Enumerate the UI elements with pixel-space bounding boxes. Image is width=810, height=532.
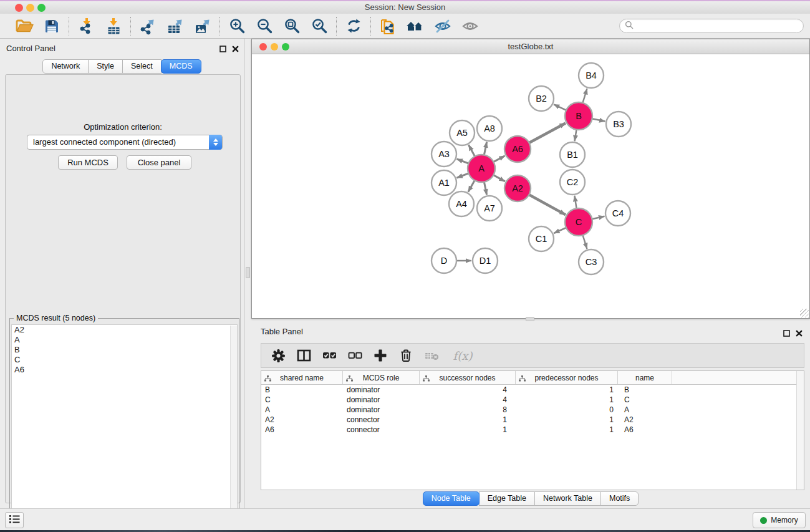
network-close-light[interactable] — [259, 43, 267, 51]
open-file-icon[interactable] — [15, 17, 34, 36]
table-row[interactable]: A6connector11A6 — [261, 425, 804, 435]
export-image-icon[interactable] — [193, 17, 212, 36]
save-session-icon[interactable] — [42, 17, 61, 36]
network-maximize-light[interactable] — [282, 43, 289, 51]
network-canvas[interactable]: AA1A2A3A4A5A6A7A8BB1B2B3B4CC1C2C3C4DD1 — [252, 54, 809, 318]
mcds-result-item[interactable]: B — [12, 345, 237, 355]
tab-node-table[interactable]: Node Table — [423, 491, 480, 506]
list-scrollbar[interactable] — [230, 326, 237, 532]
graph-node-C[interactable]: C — [565, 208, 592, 236]
resize-grip[interactable] — [800, 309, 809, 317]
export-network-icon[interactable] — [138, 17, 157, 36]
maximize-window-light[interactable] — [37, 4, 46, 12]
task-list-button[interactable] — [5, 512, 24, 528]
show-all-icon[interactable] — [461, 17, 480, 36]
gear-icon[interactable] — [271, 348, 286, 363]
float-table-panel-icon[interactable] — [783, 328, 790, 339]
graph-node-C2[interactable]: C2 — [560, 170, 585, 195]
delete-table-icon[interactable] — [424, 348, 439, 363]
column-header-shared-name[interactable]: shared name — [261, 371, 343, 384]
mcds-result-list[interactable]: A2ABCA6 — [11, 324, 238, 532]
tab-mcds[interactable]: MCDS — [161, 59, 201, 74]
network-window-titlebar[interactable]: testGlobe.txt — [252, 39, 809, 54]
tab-network[interactable]: Network — [42, 59, 89, 74]
graph-node-D1[interactable]: D1 — [473, 248, 498, 273]
control-panel-title: Control Panel — [6, 44, 55, 53]
graph-node-label: A6 — [512, 144, 523, 154]
zoom-out-icon[interactable] — [255, 17, 274, 36]
vertical-splitter-handle[interactable] — [246, 267, 250, 278]
add-icon[interactable] — [373, 348, 388, 363]
graph-node-D[interactable]: D — [432, 248, 456, 273]
column-header-MCDS-role[interactable]: MCDS role — [343, 371, 420, 384]
mcds-result-item[interactable]: A — [12, 335, 237, 345]
mcds-result-item[interactable]: C — [12, 355, 237, 365]
function-icon[interactable]: f(x) — [450, 348, 476, 363]
export-table-icon[interactable] — [166, 17, 185, 36]
first-neighbors-icon[interactable] — [406, 17, 425, 36]
tab-edge-table[interactable]: Edge Table — [479, 491, 535, 506]
graph-node-A7[interactable]: A7 — [477, 196, 502, 221]
hide-selected-icon[interactable] — [433, 17, 452, 36]
table-cell: 4 — [420, 385, 516, 395]
table-cell: 1 — [420, 415, 516, 425]
graph-node-label: A2 — [512, 183, 523, 193]
graph-node-B2[interactable]: B2 — [529, 86, 554, 111]
zoom-selected-icon[interactable] — [310, 17, 329, 36]
tab-network-table[interactable]: Network Table — [534, 491, 601, 506]
network-minimize-light[interactable] — [271, 43, 278, 51]
column-header-predecessor-nodes[interactable]: predecessor nodes — [516, 371, 618, 384]
graph-node-B3[interactable]: B3 — [606, 112, 631, 137]
graph-node-A1[interactable]: A1 — [432, 170, 456, 195]
table-row[interactable]: Bdominator41B — [261, 385, 804, 395]
column-header-successor-nodes[interactable]: successor nodes — [420, 371, 516, 384]
graph-node-A2[interactable]: A2 — [504, 175, 531, 201]
table-row[interactable]: Cdominator41C — [261, 395, 804, 405]
minimize-window-light[interactable] — [26, 4, 34, 12]
dropdown-stepper-icon[interactable] — [209, 135, 222, 150]
zoom-fit-icon[interactable] — [282, 17, 301, 36]
tab-motifs[interactable]: Motifs — [600, 491, 639, 506]
deselect-all-icon[interactable] — [347, 348, 362, 363]
mcds-result-item[interactable]: A2 — [12, 325, 237, 335]
close-panel-button[interactable]: Close panel — [127, 155, 191, 170]
table-row[interactable]: A2connector11A2 — [261, 415, 804, 425]
graph-node-A8[interactable]: A8 — [477, 116, 502, 141]
tab-style[interactable]: Style — [88, 59, 123, 74]
import-network-icon[interactable] — [77, 17, 95, 36]
criterion-dropdown[interactable]: largest connected component (directed) — [27, 135, 223, 150]
search-input[interactable] — [634, 20, 803, 32]
run-mcds-button[interactable]: Run MCDS — [58, 155, 118, 170]
app-window: { "titlebar": { "title": "Session: New S… — [0, 0, 810, 532]
graph-node-C4[interactable]: C4 — [605, 201, 630, 226]
graph-node-A5[interactable]: A5 — [450, 120, 475, 145]
graph-node-B1[interactable]: B1 — [560, 142, 585, 167]
horizontal-splitter-handle[interactable] — [526, 317, 534, 321]
refresh-layout-icon[interactable] — [344, 17, 363, 36]
column-header-name[interactable]: name — [618, 371, 672, 384]
graph-node-B[interactable]: B — [565, 102, 592, 130]
close-window-light[interactable] — [15, 4, 23, 12]
tab-select[interactable]: Select — [122, 59, 162, 74]
close-panel-icon[interactable] — [232, 44, 239, 55]
delete-icon[interactable] — [398, 348, 413, 363]
new-network-from-selection-icon[interactable] — [378, 17, 397, 36]
graph-node-A3[interactable]: A3 — [432, 142, 456, 167]
memory-button[interactable]: Memory — [753, 512, 806, 528]
float-panel-icon[interactable] — [219, 44, 226, 55]
mcds-result-item[interactable]: A6 — [12, 365, 237, 375]
search-box[interactable] — [619, 19, 804, 33]
graph-node-A6[interactable]: A6 — [504, 136, 531, 162]
graph-node-C3[interactable]: C3 — [579, 249, 604, 274]
zoom-in-icon[interactable] — [228, 17, 246, 36]
graph-node-A[interactable]: A — [468, 155, 495, 182]
select-all-icon[interactable] — [322, 348, 337, 363]
split-view-icon[interactable] — [296, 348, 311, 363]
table-row[interactable]: Adominator80A — [261, 405, 804, 415]
table-scrollbar[interactable] — [796, 371, 804, 490]
import-table-icon[interactable] — [104, 17, 123, 36]
close-table-panel-icon[interactable] — [796, 328, 803, 339]
graph-node-B4[interactable]: B4 — [579, 63, 604, 88]
graph-node-A4[interactable]: A4 — [449, 191, 474, 216]
graph-node-C1[interactable]: C1 — [529, 226, 554, 251]
